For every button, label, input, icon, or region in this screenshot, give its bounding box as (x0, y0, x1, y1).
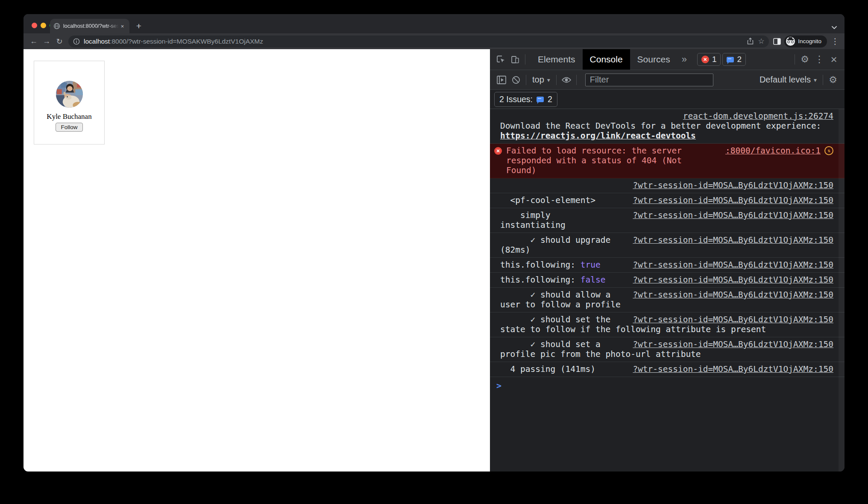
share-icon[interactable] (745, 36, 756, 47)
console-filter-input[interactable] (585, 74, 713, 86)
error-count-badge[interactable]: ✕ 1 (697, 53, 721, 66)
incognito-badge: Incognito (784, 35, 827, 47)
related-issue-icon[interactable]: ⇅ (824, 146, 833, 155)
profile-photo (56, 81, 83, 108)
console-source-link[interactable]: react-dom.development.js:26274 (683, 111, 833, 121)
live-expression-eye-icon[interactable] (559, 73, 574, 87)
devtools-tab-sources[interactable]: Sources (630, 49, 677, 70)
message-text: simply (500, 210, 550, 220)
message-line: Download the React DevTools for a better… (500, 121, 833, 131)
console-prompt[interactable]: > (490, 377, 845, 391)
console-row: ?wtr-session-id=MOSA…By6LdztV1OjAXMz:150 (490, 178, 845, 193)
console-row: ✓ should upgrade?wtr-session-id=MOSA…By6… (490, 233, 845, 258)
minimize-window-button[interactable] (41, 23, 46, 28)
back-button[interactable]: ← (27, 35, 40, 48)
profile-name: Kyle Buchanan (34, 112, 104, 121)
console-source-link[interactable]: ?wtr-session-id=MOSA…By6LdztV1OjAXMz:150 (633, 260, 833, 270)
console-source-link[interactable]: ?wtr-session-id=MOSA…By6LdztV1OjAXMz:150 (633, 195, 833, 205)
new-tab-button[interactable]: + (133, 20, 145, 32)
message-text: 4 passing (141ms) (500, 364, 595, 374)
more-tabs-icon[interactable]: » (677, 54, 691, 65)
issues-bubble-icon (537, 97, 544, 102)
console-source-link[interactable]: ?wtr-session-id=MOSA…By6LdztV1OjAXMz:150 (633, 235, 833, 245)
message-text: profile pic from the photo-url attribute (500, 349, 701, 359)
console-row: simply?wtr-session-id=MOSA…By6LdztV1OjAX… (490, 208, 845, 233)
message-line: this.following: false (500, 275, 606, 285)
console-source-link[interactable]: ?wtr-session-id=MOSA…By6LdztV1OjAXMz:150 (633, 364, 833, 374)
console-scrollbar[interactable] (839, 109, 845, 472)
chevron-down-icon: ▾ (814, 77, 817, 83)
issues-count-badge[interactable]: 2 (722, 53, 746, 66)
message-text: true (581, 260, 601, 270)
message-line: responded with a status of 404 (Not (506, 156, 833, 165)
web-page: Kyle Buchanan Follow (23, 49, 490, 472)
browser-window: localhost:8000/?wtr-session-i × + ← → ↻ … (23, 14, 845, 472)
console-settings-gear-icon[interactable]: ⚙ (826, 73, 840, 87)
console-source-link[interactable]: ?wtr-session-id=MOSA…By6LdztV1OjAXMz:150 (633, 339, 833, 349)
devtools-close-icon[interactable]: × (827, 52, 841, 67)
console-source-link[interactable]: ?wtr-session-id=MOSA…By6LdztV1OjAXMz:150 (633, 315, 833, 324)
message-line: ✓ should set the (500, 315, 610, 324)
console-sidebar-toggle-icon[interactable] (494, 73, 509, 87)
message-text: ✓ should set a (500, 339, 601, 349)
message-text: ✓ should upgrade (500, 235, 610, 245)
message-link[interactable]: https://reactjs.org/link/react-devtools (500, 131, 696, 141)
message-line: this.following: true (500, 260, 601, 270)
console-row: ✓ should set the?wtr-session-id=MOSA…By6… (490, 312, 845, 337)
console-source-link[interactable]: ?wtr-session-id=MOSA…By6LdztV1OjAXMz:150 (633, 210, 833, 220)
log-levels-selector[interactable]: Default levels ▾ (756, 75, 820, 85)
close-window-button[interactable] (32, 23, 37, 28)
devtools-tab-elements[interactable]: Elements (531, 49, 583, 70)
devtools-tab-bar: ElementsConsoleSources » ✕ 1 2 ⚙ ⋮ × (490, 49, 845, 70)
forward-button[interactable]: → (40, 35, 53, 48)
issues-pill-button[interactable]: 2 Issues: 2 (494, 92, 557, 107)
browser-tab[interactable]: localhost:8000/?wtr-session-i × (50, 19, 129, 33)
console-source-link[interactable]: ?wtr-session-id=MOSA…By6LdztV1OjAXMz:150 (633, 180, 833, 190)
browser-toolbar: ← → ↻ localhost:8000/?wtr-session-id=MOS… (23, 33, 845, 49)
message-text: ✓ should set the (500, 315, 610, 324)
tab-close-icon[interactable]: × (119, 23, 126, 30)
message-line: https://reactjs.org/link/react-devtools (500, 131, 833, 141)
devtools-settings-gear-icon[interactable]: ⚙ (798, 52, 812, 67)
clear-console-icon[interactable] (509, 73, 523, 87)
prompt-chevron-icon: > (496, 380, 501, 391)
message-text: Found) (506, 165, 536, 175)
site-info-icon[interactable] (73, 38, 80, 45)
device-toolbar-icon[interactable] (508, 52, 522, 67)
message-text: state to follow if the following attribu… (500, 324, 766, 334)
message-line: 4 passing (141ms) (500, 364, 595, 374)
devtools-tab-console[interactable]: Console (583, 49, 630, 70)
console-source-link[interactable]: ?wtr-session-id=MOSA…By6LdztV1OjAXMz:150 (633, 290, 833, 300)
bookmark-star-icon[interactable]: ☆ (756, 36, 767, 47)
console-row: this.following: true?wtr-session-id=MOSA… (490, 258, 845, 273)
message-line: simply (500, 210, 550, 220)
url-host: localhost (84, 38, 110, 45)
context-selector[interactable]: top ▾ (529, 75, 554, 85)
browser-menu-icon[interactable]: ⋮ (830, 36, 841, 46)
log-levels-label: Default levels (760, 75, 811, 85)
issues-bar: 2 Issues: 2 (490, 90, 845, 109)
message-text: user to follow a profile (500, 300, 621, 309)
incognito-icon (786, 37, 795, 46)
message-text: Download the React DevTools for a better… (500, 121, 826, 131)
console-messages-area: react-dom.development.js:26274Download t… (490, 109, 845, 472)
address-bar[interactable]: localhost:8000/?wtr-session-id=MOSAKWBy6… (68, 35, 769, 47)
side-panel-icon[interactable] (771, 36, 783, 47)
tab-search-chevron-icon[interactable] (831, 25, 837, 30)
issues-bubble-icon (727, 57, 734, 62)
url-text: localhost:8000/?wtr-session-id=MOSAKWBy6… (84, 38, 263, 45)
message-text: responded with a status of 404 (Not (506, 156, 682, 165)
message-line: state to follow if the following attribu… (500, 324, 833, 334)
reload-button[interactable]: ↻ (53, 35, 66, 48)
profile-card: Kyle Buchanan Follow (34, 61, 105, 144)
console-source-link[interactable]: ?wtr-session-id=MOSA…By6LdztV1OjAXMz:150 (633, 275, 833, 285)
inspect-element-icon[interactable] (493, 52, 508, 67)
console-source-link[interactable]: :8000/favicon.ico:1 (725, 146, 821, 156)
console-row: <pf-cool-element>?wtr-session-id=MOSA…By… (490, 193, 845, 208)
issues-label: 2 Issues: (499, 94, 533, 104)
message-text: this.following: (500, 260, 581, 270)
devtools-menu-icon[interactable]: ⋮ (812, 52, 827, 67)
follow-button[interactable]: Follow (56, 123, 82, 132)
message-line: ✓ should allow a (500, 290, 610, 300)
console-messages: react-dom.development.js:26274Download t… (490, 109, 845, 377)
